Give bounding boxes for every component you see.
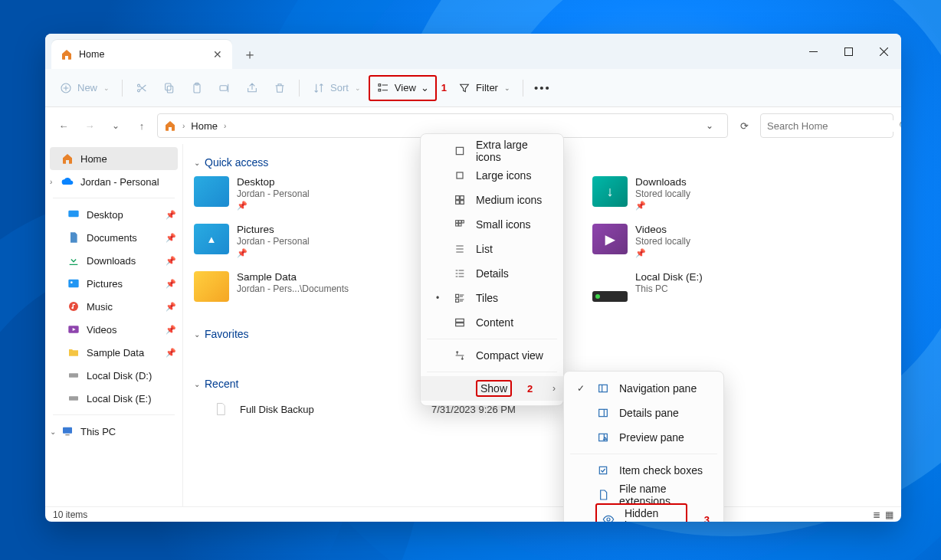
- cloud-icon: [61, 175, 74, 188]
- tab-home[interactable]: Home ✕: [51, 40, 232, 69]
- svg-rect-29: [462, 221, 464, 223]
- drive-icon: [67, 391, 80, 405]
- svg-rect-27: [456, 221, 458, 223]
- pin-icon: 📌: [237, 248, 310, 258]
- sidebar-item-home[interactable]: Home: [50, 147, 178, 170]
- menu-item-md-icons[interactable]: Medium icons: [421, 188, 563, 212]
- sidebar-item-videos[interactable]: Videos📌: [45, 318, 182, 341]
- pin-icon: 📌: [166, 279, 176, 289]
- sidebar-item-local-d[interactable]: Local Disk (D:): [45, 364, 182, 387]
- sidebar-label: Downloads: [87, 255, 136, 267]
- more-button[interactable]: •••: [530, 75, 556, 101]
- menu-item-lg-icons[interactable]: Large icons: [421, 163, 563, 188]
- sidebar-label: Music: [87, 301, 113, 313]
- sidebar-item-thispc[interactable]: ⌄ This PC: [45, 420, 182, 443]
- rename-button[interactable]: [211, 75, 238, 101]
- tiles-icon: [453, 291, 467, 305]
- ellipsis-icon: •••: [536, 81, 549, 95]
- svg-point-40: [607, 518, 610, 521]
- svg-rect-20: [65, 434, 69, 435]
- back-button[interactable]: ←: [53, 115, 74, 136]
- sidebar-item-onedrive[interactable]: › Jordan - Personal: [45, 170, 182, 193]
- annotation-2: 2: [527, 383, 533, 395]
- desktop-folder-icon: [194, 176, 229, 207]
- delete-button[interactable]: [267, 75, 293, 101]
- svg-rect-22: [457, 172, 463, 178]
- pin-icon: 📌: [166, 302, 176, 312]
- view-label: View: [395, 82, 416, 93]
- maximize-button[interactable]: [831, 34, 866, 69]
- share-button[interactable]: [239, 75, 265, 101]
- sidebar-item-desktop[interactable]: Desktop📌: [45, 203, 182, 226]
- menu-item-tiles[interactable]: •Tiles: [421, 286, 563, 310]
- navigation-pane: Home › Jordan - Personal Desktop📌 Docume…: [45, 144, 183, 506]
- sidebar-item-pictures[interactable]: Pictures📌: [45, 272, 182, 295]
- refresh-button[interactable]: ⟳: [733, 113, 756, 138]
- chevron-down-icon[interactable]: ⌄: [50, 427, 56, 436]
- menu-item-details-pane[interactable]: Details pane: [564, 401, 723, 425]
- qa-item-downloads[interactable]: DownloadsStored locally📌: [592, 176, 761, 219]
- sidebar-label: Jordan - Personal: [80, 176, 159, 188]
- pin-icon: 📌: [635, 248, 690, 258]
- sidebar-item-sampledata[interactable]: Sample Data📌: [45, 341, 182, 364]
- sidebar-item-documents[interactable]: Documents📌: [45, 226, 182, 249]
- close-tab-icon[interactable]: ✕: [212, 48, 223, 61]
- view-button[interactable]: View ⌄: [372, 77, 434, 100]
- recent-locations-button[interactable]: ⌄: [105, 115, 126, 136]
- show-submenu: ✓Navigation pane Details pane Preview pa…: [563, 371, 724, 522]
- thumbnails-view-toggle[interactable]: ▦: [885, 509, 893, 520]
- menu-item-nav-pane[interactable]: ✓Navigation pane: [564, 376, 723, 401]
- address-dropdown[interactable]: ⌄: [698, 113, 721, 138]
- svg-rect-30: [456, 224, 458, 226]
- qa-item-local-e[interactable]: Local Disk (E:)This PC: [592, 271, 761, 314]
- menu-item-preview-pane[interactable]: Preview pane: [564, 425, 723, 450]
- sidebar-label: Local Disk (D:): [87, 370, 152, 382]
- breadcrumb-home[interactable]: Home: [191, 120, 218, 132]
- sidebar-item-music[interactable]: Music📌: [45, 295, 182, 318]
- sidebar-item-downloads[interactable]: Downloads📌: [45, 249, 182, 272]
- qa-item-pictures[interactable]: ▲ PicturesJordan - Personal📌: [194, 224, 362, 267]
- window-close-button[interactable]: [866, 34, 901, 69]
- recent-name: Full Disk Backup: [240, 404, 424, 415]
- video-icon: [67, 323, 80, 336]
- cut-button[interactable]: [129, 75, 155, 101]
- qa-item-sample[interactable]: Sample DataJordan - Pers...\Documents: [194, 271, 362, 314]
- forward-button[interactable]: →: [79, 115, 100, 136]
- svg-rect-12: [68, 211, 78, 218]
- home-icon: [61, 152, 74, 165]
- music-icon: [67, 300, 80, 313]
- copy-button[interactable]: [156, 75, 182, 101]
- menu-item-details[interactable]: Details: [421, 261, 563, 286]
- menu-item-show[interactable]: Show 2 ›: [421, 376, 563, 401]
- svg-point-14: [70, 281, 73, 283]
- sort-button[interactable]: Sort ⌄: [306, 75, 367, 101]
- paste-button[interactable]: [184, 75, 210, 101]
- new-button[interactable]: New ⌄: [53, 75, 116, 101]
- menu-item-hidden[interactable]: Hidden items 3: [564, 507, 723, 522]
- menu-item-xl-icons[interactable]: Extra large icons: [421, 139, 563, 163]
- search-box[interactable]: 🔍: [760, 113, 893, 138]
- chevron-right-icon[interactable]: ›: [50, 178, 52, 186]
- svg-rect-0: [809, 51, 818, 52]
- qa-item-videos[interactable]: VideosStored locally📌: [592, 224, 761, 267]
- chevron-down-icon: ⌄: [194, 330, 200, 339]
- menu-item-checkboxes[interactable]: Item check boxes: [564, 458, 723, 483]
- menu-item-compact[interactable]: Compact view: [421, 343, 563, 368]
- menu-item-content[interactable]: Content: [421, 310, 563, 335]
- new-tab-button[interactable]: ＋: [232, 40, 267, 69]
- minimize-button[interactable]: [795, 34, 831, 69]
- qa-item-desktop[interactable]: DesktopJordan - Personal📌: [194, 176, 362, 219]
- rename-icon: [218, 81, 231, 95]
- grid-icon: [453, 169, 467, 182]
- content-icon: [453, 316, 467, 329]
- menu-item-list[interactable]: List: [421, 237, 563, 261]
- svg-rect-23: [456, 196, 460, 200]
- menu-item-sm-icons[interactable]: Small icons: [421, 212, 563, 237]
- up-button[interactable]: ↑: [131, 115, 152, 136]
- search-input[interactable]: [767, 120, 896, 132]
- view-icon: [376, 81, 390, 95]
- filter-button[interactable]: Filter ⌄: [451, 75, 516, 101]
- scissors-icon: [135, 81, 149, 95]
- sidebar-item-local-e[interactable]: Local Disk (E:): [45, 387, 182, 410]
- details-view-toggle[interactable]: ≣: [873, 509, 880, 520]
